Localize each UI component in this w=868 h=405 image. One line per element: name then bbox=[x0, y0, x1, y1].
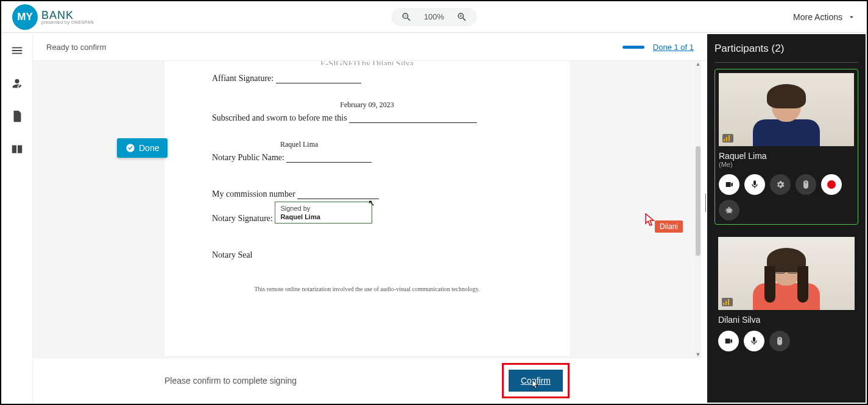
remote-control-button[interactable] bbox=[796, 174, 816, 195]
scroll-down-icon[interactable]: ▼ bbox=[695, 351, 701, 357]
confirm-highlight-box: Confirm bbox=[502, 363, 570, 398]
status-text: Ready to confirm bbox=[46, 43, 106, 52]
journal-icon[interactable] bbox=[10, 143, 24, 156]
signed-by-label: Signed by bbox=[280, 205, 341, 212]
microphone-toggle-button[interactable] bbox=[744, 174, 765, 195]
microphone-icon bbox=[750, 180, 760, 189]
esigned-ghost-text: E-SIGNED by Dilani Silva bbox=[212, 61, 522, 65]
main-area: Ready to confirm Done 1 of 1 E-SIGNED by… bbox=[1, 34, 707, 403]
remote-cursor: Dilani bbox=[645, 213, 683, 233]
participant-sublabel: (Me) bbox=[719, 161, 854, 168]
remote-control-button[interactable] bbox=[769, 331, 790, 351]
scrollbar[interactable]: ▲ ▼ bbox=[695, 61, 701, 357]
more-actions-button[interactable]: More Actions bbox=[793, 12, 856, 22]
subscribed-label: Subscribed and sworn to before me this bbox=[212, 113, 347, 122]
chevron-down-icon bbox=[847, 13, 856, 21]
participant-controls-remote bbox=[718, 331, 855, 351]
affiant-signature-label: Affiant Signature: bbox=[212, 74, 273, 83]
record-button[interactable] bbox=[821, 174, 842, 195]
signed-by-name: Raquel Lima bbox=[280, 213, 341, 220]
cursor-pointer-icon bbox=[645, 213, 655, 227]
video-feed-remote bbox=[718, 237, 855, 310]
document-area: Ready to confirm Done 1 of 1 E-SIGNED by… bbox=[33, 34, 707, 403]
documents-icon[interactable] bbox=[10, 110, 24, 123]
zoom-level-text: 100% bbox=[424, 12, 444, 21]
participants-panel: Participants (2) Raquel Lima (Me) bbox=[707, 34, 866, 403]
panel-divider bbox=[715, 62, 858, 63]
notary-signature-label: Notary Signature: bbox=[212, 214, 273, 223]
hamburger-menu-icon[interactable] bbox=[10, 44, 24, 57]
mouse-icon bbox=[775, 336, 785, 346]
camera-icon bbox=[724, 336, 733, 346]
top-bar: MY BANK presented by ONESPAN 100% More A… bbox=[1, 1, 867, 33]
zoom-control: 100% bbox=[391, 8, 477, 26]
done-chip-label: Done bbox=[139, 143, 159, 153]
done-count-link[interactable]: Done 1 of 1 bbox=[653, 43, 694, 52]
scroll-up-icon[interactable]: ▲ bbox=[695, 61, 701, 67]
notary-seal-label: Notary Seal bbox=[212, 250, 252, 259]
microphone-toggle-button[interactable] bbox=[744, 331, 764, 351]
commission-number-line bbox=[297, 189, 379, 199]
sworn-date-value: February 09, 2023 bbox=[212, 100, 522, 110]
left-nav bbox=[1, 34, 33, 403]
progress-indicator: Done 1 of 1 bbox=[623, 43, 694, 52]
participants-title: Participants (2) bbox=[715, 43, 784, 55]
participant-card-self: Raquel Lima (Me) bbox=[715, 69, 858, 225]
camera-icon bbox=[724, 180, 734, 189]
virus-scan-button[interactable] bbox=[719, 200, 739, 220]
done-chip[interactable]: Done bbox=[117, 138, 168, 158]
document-page: E-SIGNED by Dilani Silva Affiant Signatu… bbox=[164, 61, 570, 356]
gear-icon bbox=[775, 180, 785, 189]
participant-card-remote: Dilani Silva bbox=[715, 233, 858, 355]
bug-icon bbox=[724, 205, 734, 215]
brand-logo-circle: MY bbox=[12, 4, 38, 30]
footer-bar: Please confirm to complete signing Confi… bbox=[33, 357, 701, 403]
confirm-message: Please confirm to complete signing bbox=[164, 376, 297, 386]
subscribed-line bbox=[349, 113, 477, 123]
notary-signature-box[interactable]: ↖ Signed by Raquel Lima bbox=[275, 202, 372, 224]
signature-arrow-icon: ↖ bbox=[368, 198, 375, 208]
affiant-signature-line bbox=[276, 74, 361, 83]
participant-controls-self bbox=[719, 174, 854, 220]
notary-name-line bbox=[286, 153, 372, 163]
cursor-icon bbox=[532, 379, 539, 389]
brand-logo-subtext: presented by ONESPAN bbox=[41, 20, 94, 24]
audio-level-icon bbox=[722, 298, 733, 306]
check-circle-icon bbox=[125, 143, 135, 153]
video-feed-self bbox=[719, 73, 854, 146]
microphone-icon bbox=[749, 336, 759, 346]
more-actions-label: More Actions bbox=[793, 12, 842, 22]
commission-number-label: My commission number bbox=[212, 189, 295, 199]
notary-name-value: Raquel Lima bbox=[280, 140, 522, 149]
notary-disclaimer: This remote online notarization involved… bbox=[212, 286, 522, 292]
zoom-out-icon[interactable] bbox=[401, 12, 412, 23]
progress-bar bbox=[623, 46, 644, 49]
status-bar: Ready to confirm Done 1 of 1 bbox=[33, 34, 707, 61]
record-icon bbox=[827, 180, 836, 189]
camera-toggle-button[interactable] bbox=[719, 174, 739, 195]
camera-toggle-button[interactable] bbox=[718, 331, 739, 351]
settings-button[interactable] bbox=[770, 174, 791, 195]
participant-name: Raquel Lima bbox=[719, 151, 854, 161]
mouse-icon bbox=[801, 180, 811, 189]
scroll-thumb[interactable] bbox=[696, 146, 700, 256]
remote-cursor-label: Dilani bbox=[655, 220, 683, 233]
participant-name: Dilani Silva bbox=[718, 315, 855, 325]
document-viewport[interactable]: E-SIGNED by Dilani Silva Affiant Signatu… bbox=[33, 61, 701, 357]
zoom-in-icon[interactable] bbox=[456, 12, 467, 23]
signer-icon[interactable] bbox=[10, 77, 24, 90]
brand-logo: MY BANK presented by ONESPAN bbox=[12, 4, 94, 30]
audio-level-icon bbox=[722, 134, 733, 143]
notary-name-label: Notary Public Name: bbox=[212, 153, 284, 162]
confirm-button[interactable]: Confirm bbox=[509, 370, 563, 392]
